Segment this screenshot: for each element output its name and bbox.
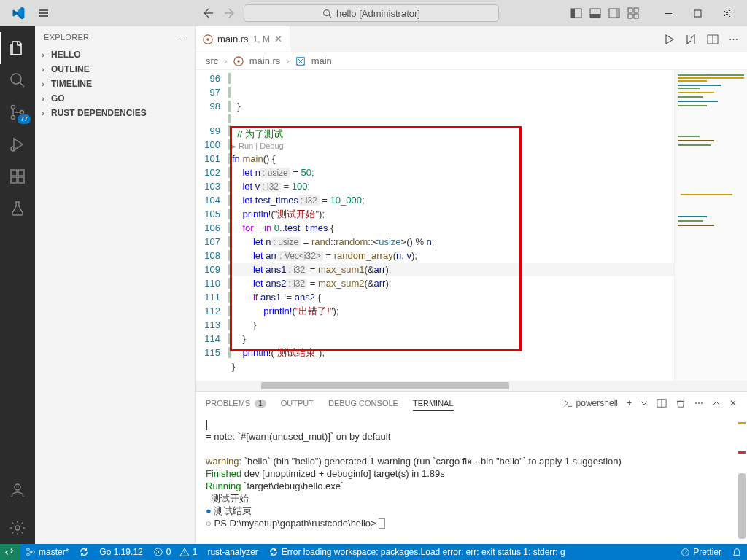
code-line[interactable]: fn main() {	[232, 152, 674, 166]
run-icon[interactable]	[663, 34, 675, 45]
svg-point-0	[324, 9, 330, 15]
terminal-kill-icon[interactable]	[676, 398, 686, 408]
tab-filename: main.rs	[217, 34, 249, 44]
svg-rect-10	[634, 14, 638, 18]
panel-more-icon[interactable]: ⋯	[694, 398, 703, 408]
code-line[interactable]: println!("出错了!");	[232, 304, 674, 318]
window-minimize-icon[interactable]	[654, 0, 683, 26]
nav-forward-icon[interactable]	[223, 7, 235, 19]
layout-sidebar-left-icon[interactable]	[570, 7, 582, 19]
rust-file-icon	[203, 34, 213, 44]
editor-tabs: main.rs 1, M ✕ ⋯	[196, 26, 747, 52]
explorer-sidebar: EXPLORER ⋯ ›HELLO›OUTLINE›TIMELINE›GO›RU…	[35, 26, 196, 544]
breadcrumb-item[interactable]: main.rs	[249, 55, 281, 66]
code-line[interactable]: }	[232, 332, 674, 346]
panel-maximize-icon[interactable]	[712, 399, 721, 408]
svg-point-32	[32, 551, 35, 553]
terminal-scroll[interactable]	[738, 415, 746, 544]
status-remote[interactable]	[0, 544, 20, 560]
status-branch[interactable]: master*	[20, 544, 74, 560]
diff-icon[interactable]	[685, 34, 697, 45]
activity-scm[interactable]: 77	[0, 96, 35, 128]
status-sync[interactable]	[74, 544, 94, 560]
terminal-body[interactable]: = note: `#[warn(unused_mut)]` on by defa…	[196, 415, 747, 544]
code-line[interactable]: let n: usize = 50;	[232, 166, 674, 179]
scm-badge: 77	[18, 114, 31, 124]
tab-close-icon[interactable]: ✕	[274, 34, 282, 44]
code-line[interactable]: let ans1: i32 = max_sum1(&arr);	[232, 262, 674, 276]
svg-point-21	[15, 484, 20, 490]
layout-panel-icon[interactable]	[589, 7, 601, 19]
chevron-right-icon: ›	[38, 65, 48, 74]
activity-extensions[interactable]	[0, 160, 35, 192]
svg-point-30	[27, 548, 30, 551]
sidebar-section-timeline[interactable]: ›TIMELINE	[35, 77, 195, 91]
svg-point-22	[15, 526, 20, 530]
code-line[interactable]: let test_times: i32 = 10_000;	[232, 193, 674, 207]
code-line[interactable]: for _ in 0..test_times {	[232, 221, 674, 235]
title-bar: hello [Administrator]	[0, 0, 747, 26]
activity-explorer[interactable]	[0, 32, 35, 64]
command-center[interactable]: hello [Administrator]	[244, 4, 499, 22]
code-line[interactable]: let n: usize = rand::random::<usize>() %…	[232, 235, 674, 249]
menu-icon[interactable]	[38, 7, 50, 19]
window-maximize-icon[interactable]	[683, 0, 712, 26]
sidebar-more-icon[interactable]: ⋯	[178, 32, 186, 42]
status-problems[interactable]: 0 1	[148, 544, 203, 560]
code-line[interactable]: let ans2: i32 = max_sum2(&arr);	[232, 276, 674, 290]
rust-file-icon	[233, 56, 244, 66]
codelens-run-debug[interactable]: ▸ Run | Debug	[232, 141, 674, 152]
split-icon[interactable]	[707, 34, 719, 45]
activity-search[interactable]	[0, 64, 35, 96]
chevron-right-icon: ›	[38, 94, 48, 103]
sidebar-section-hello[interactable]: ›HELLO	[35, 47, 195, 62]
svg-rect-6	[616, 9, 619, 18]
status-error-msg[interactable]: Error loading workspace: packages.Load e…	[263, 544, 570, 560]
activity-testing[interactable]	[0, 192, 35, 225]
code-line[interactable]	[232, 373, 674, 387]
breadcrumb-item[interactable]: src	[206, 55, 218, 66]
panel-close-icon[interactable]: ✕	[729, 398, 737, 408]
window-close-icon[interactable]	[712, 0, 741, 26]
layout-customize-icon[interactable]	[627, 7, 639, 19]
layout-sidebar-right-icon[interactable]	[608, 7, 620, 19]
svg-point-34	[682, 548, 689, 556]
sidebar-section-go[interactable]: ›GO	[35, 91, 195, 106]
minimap[interactable]	[674, 70, 747, 381]
status-prettier[interactable]: Prettier	[676, 547, 727, 557]
code-line[interactable]: println!("测试开始");	[232, 207, 674, 221]
svg-rect-4	[590, 14, 600, 18]
activity-account[interactable]	[0, 474, 35, 506]
breadcrumb-item[interactable]: main	[311, 55, 332, 66]
breadcrumb[interactable]: src › main.rs › main	[196, 52, 747, 70]
svg-rect-17	[11, 170, 17, 176]
svg-rect-19	[18, 177, 24, 183]
sidebar-section-rust-dependencies[interactable]: ›RUST DEPENDENCIES	[35, 106, 195, 120]
code-line[interactable]: let arr: Vec<i32> = random_array(n, v);	[232, 249, 674, 262]
status-bar: master* Go 1.19.12 0 1 rust-analyzer Err…	[0, 544, 747, 560]
code-line[interactable]: }	[232, 359, 674, 373]
sidebar-section-outline[interactable]: ›OUTLINE	[35, 62, 195, 77]
chevron-right-icon: ›	[38, 50, 48, 59]
tab-main-rs[interactable]: main.rs 1, M ✕	[196, 26, 290, 52]
status-notifications-icon[interactable]	[727, 547, 747, 557]
code-line[interactable]: let v: i32 = 100;	[232, 179, 674, 193]
code-editor[interactable]: } // 为了测试▸ Run | Debugfn main() { let n:…	[232, 70, 674, 381]
status-go-version[interactable]: Go 1.19.12	[94, 544, 147, 560]
code-line[interactable]: if ans1 != ans2 {	[232, 290, 674, 304]
activity-settings[interactable]	[0, 512, 35, 544]
svg-rect-20	[18, 170, 24, 176]
code-line[interactable]	[232, 113, 674, 127]
status-rust-analyzer[interactable]: rust-analyzer	[202, 544, 263, 560]
activity-bar: 77	[0, 26, 35, 544]
code-line[interactable]: }	[232, 99, 674, 113]
svg-point-27	[237, 60, 240, 63]
code-line[interactable]: }	[232, 318, 674, 332]
tab-more-icon[interactable]: ⋯	[729, 34, 738, 44]
svg-point-24	[206, 38, 209, 41]
activity-debug[interactable]	[0, 128, 35, 160]
code-line[interactable]: // 为了测试	[232, 127, 674, 141]
nav-back-icon[interactable]	[203, 7, 214, 19]
code-line[interactable]: println!("测试结束");	[232, 346, 674, 359]
svg-point-14	[12, 116, 15, 120]
